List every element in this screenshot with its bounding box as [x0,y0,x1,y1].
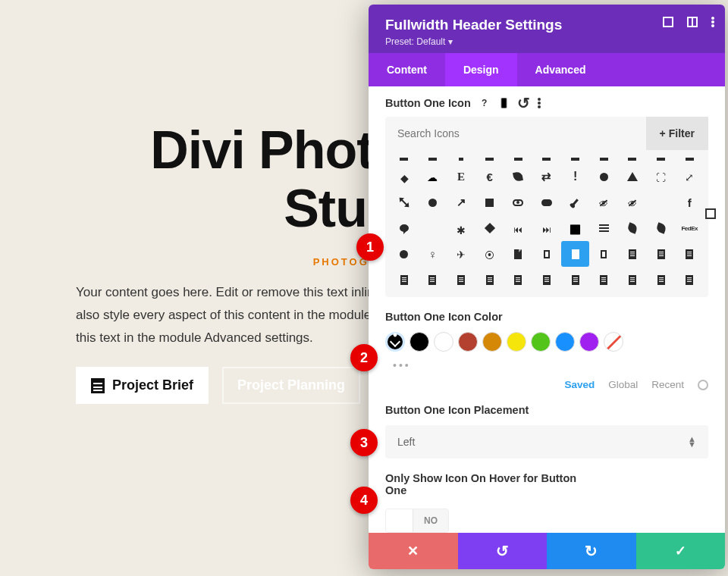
feather-icon[interactable] [618,215,647,241]
file-image-outline-icon[interactable] [675,267,704,293]
icon-cell[interactable] [561,155,590,164]
swatch-black[interactable] [410,332,429,352]
undo-button[interactable] [458,533,548,569]
file-excel-icon[interactable] [561,267,590,293]
icon-cell[interactable] [419,155,447,164]
fan-icon[interactable] [447,215,475,241]
swatch-white[interactable] [434,332,453,352]
project-planning-button[interactable]: Project Planning [222,367,360,404]
exclamation-icon[interactable]: ! [561,164,590,189]
feather-alt-icon[interactable] [647,215,676,241]
file-audio-icon[interactable] [675,241,704,267]
evernote-icon[interactable] [504,164,533,189]
only-hover-toggle[interactable]: NO [385,509,449,533]
expand-alt-icon[interactable] [390,189,419,215]
ethereum-icon[interactable] [390,164,419,189]
expand-icon[interactable] [647,164,676,189]
icon-cell[interactable] [504,155,533,164]
file-icon[interactable] [504,241,533,267]
exclamation-triangle-icon[interactable] [618,164,647,189]
euro-icon[interactable] [475,164,504,189]
icon-cell[interactable] [390,155,419,164]
field-more-icon[interactable] [538,98,541,108]
gateway-icon[interactable] [419,164,447,189]
expeditedssl-icon[interactable] [419,189,447,215]
swatch-yellow[interactable] [507,332,526,352]
tab-advanced[interactable]: Advanced [517,53,604,86]
fighter-jet-icon[interactable] [447,241,475,267]
fedex-icon[interactable]: FedEx [675,215,704,241]
exclamation-circle-icon[interactable] [589,164,618,189]
etsy-icon[interactable] [447,164,475,189]
file-image-icon[interactable] [647,267,676,293]
cancel-button[interactable] [369,533,458,569]
messenger-icon[interactable] [390,215,419,241]
facebook-square-icon[interactable]: f [419,215,447,241]
swatch-transparent[interactable] [604,332,623,352]
swatch-brick[interactable] [458,332,478,352]
faucet-icon[interactable] [561,215,590,241]
eye-solid-icon[interactable] [532,189,561,215]
file-export-icon[interactable] [618,267,647,293]
search-icons-input[interactable] [385,117,646,150]
swatch-green[interactable] [531,332,551,352]
file-alt-outline-icon[interactable] [589,241,618,267]
facebook-f-icon[interactable] [675,189,704,215]
more-colors-icon[interactable]: ••• [385,359,708,371]
filter-button[interactable]: + Filter [646,117,708,150]
file-excel-outline-icon[interactable] [589,267,618,293]
swatch-blue[interactable] [555,332,575,352]
figma-icon[interactable] [475,241,504,267]
file-code-icon[interactable] [419,267,447,293]
female-icon[interactable] [419,241,447,267]
fax-icon[interactable] [589,215,618,241]
swatch-orange[interactable] [482,332,502,352]
swatch-purple[interactable] [579,332,599,352]
more-menu-icon[interactable] [711,17,714,27]
redo-button[interactable] [547,533,636,569]
help-icon[interactable]: ? [479,97,491,109]
eye-slash-icon[interactable] [589,189,618,215]
icon-cell[interactable] [475,155,504,164]
palette-tab-recent[interactable]: Recent [651,379,684,390]
icon-cell[interactable] [532,155,561,164]
file-archive-icon[interactable] [618,241,647,267]
file-csv-icon[interactable] [504,267,533,293]
external-link-icon[interactable] [447,189,475,215]
focus-mode-icon[interactable] [663,17,673,27]
preset-selector[interactable]: Preset: Default ▾ [385,36,708,47]
reset-icon[interactable] [518,97,530,109]
tab-content[interactable]: Content [369,53,445,86]
hover-target-icon[interactable] [705,208,716,221]
icon-cell[interactable] [647,155,676,164]
icon-placement-select[interactable]: Left ▲▼ [385,425,708,459]
project-brief-button[interactable]: Project Brief [76,367,209,404]
save-button[interactable] [636,533,726,569]
expand-arrows-icon[interactable] [675,164,704,189]
icon-cell[interactable] [675,155,704,164]
fantasy-flight-icon[interactable] [475,215,504,241]
icon-cell[interactable] [447,155,475,164]
file-download-icon[interactable] [532,267,561,293]
split-view-icon[interactable] [687,17,698,27]
icon-cell[interactable] [618,155,647,164]
fast-forward-icon[interactable] [532,215,561,241]
eye-icon[interactable] [504,189,533,215]
palette-tab-saved[interactable]: Saved [564,379,595,390]
file-code-outline-icon[interactable] [447,267,475,293]
file-outline-icon[interactable] [532,241,561,267]
icon-cell[interactable] [589,155,618,164]
responsive-icon[interactable] [498,97,510,109]
file-archive-outline-icon[interactable] [647,241,676,267]
external-link-square-icon[interactable] [475,189,504,215]
fast-backward-icon[interactable] [504,215,533,241]
exchange-icon[interactable]: ⇄ [532,164,561,189]
palette-settings-icon[interactable] [698,380,708,390]
facebook-icon[interactable] [647,189,676,215]
eye-slash-solid-icon[interactable] [618,189,647,215]
fedora-icon[interactable] [390,241,419,267]
eye-dropper-icon[interactable] [561,189,590,215]
tab-design[interactable]: Design [445,53,517,86]
color-picker-swatch[interactable] [385,332,405,352]
palette-tab-global[interactable]: Global [608,379,638,390]
